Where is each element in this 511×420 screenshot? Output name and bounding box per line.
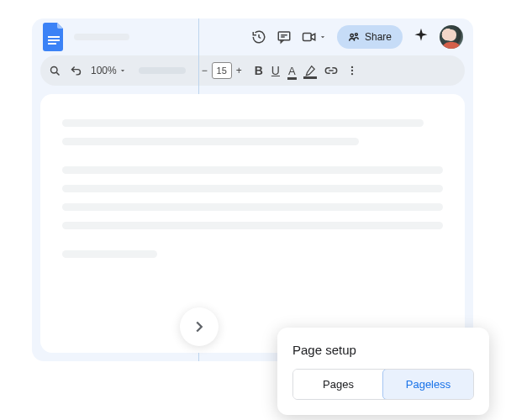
fontsize-input[interactable]: 15	[212, 62, 232, 79]
header: Share	[32, 18, 473, 55]
textcolor-button[interactable]: A	[288, 65, 296, 77]
docs-window: Share 100% − 15	[32, 18, 473, 361]
pages-option[interactable]: Pages	[293, 370, 383, 399]
svg-point-12	[350, 66, 352, 68]
svg-point-14	[350, 73, 352, 75]
toolbar: 100% − 15 + B U A	[40, 55, 465, 86]
comment-icon[interactable]	[277, 29, 292, 45]
more-button[interactable]	[346, 65, 358, 76]
font-family-placeholder[interactable]	[139, 67, 186, 74]
sparkle-icon[interactable]	[413, 27, 429, 47]
svg-point-8	[355, 34, 357, 36]
share-label: Share	[365, 31, 392, 43]
svg-rect-3	[278, 32, 290, 40]
undo-icon[interactable]	[70, 65, 82, 77]
expand-fab[interactable]	[180, 307, 219, 346]
docs-logo[interactable]	[42, 22, 66, 52]
pageless-option[interactable]: Pageless	[382, 369, 474, 400]
zoom-value: 100%	[91, 65, 117, 76]
svg-rect-0	[48, 36, 60, 38]
text-line	[62, 250, 157, 258]
text-line	[62, 203, 443, 211]
document-canvas[interactable]	[40, 94, 465, 353]
search-icon[interactable]	[49, 65, 61, 77]
doc-title-placeholder[interactable]	[74, 34, 129, 40]
svg-point-7	[350, 34, 354, 38]
bold-button[interactable]: B	[255, 64, 263, 77]
svg-rect-6	[303, 34, 311, 41]
video-icon[interactable]	[302, 29, 327, 45]
popup-title: Page setup	[292, 343, 474, 357]
zoom-selector[interactable]: 100%	[91, 65, 127, 76]
text-line	[62, 166, 443, 174]
underline-button[interactable]: U	[271, 64, 280, 77]
svg-rect-1	[48, 39, 60, 41]
text-line	[62, 138, 359, 145]
svg-line-10	[56, 72, 59, 75]
text-line	[62, 185, 443, 192]
page-setup-popup: Page setup Pages Pageless	[277, 328, 489, 415]
page-mode-segmented: Pages Pageless	[292, 369, 474, 400]
text-line	[62, 119, 424, 127]
svg-rect-2	[48, 43, 56, 45]
svg-point-9	[51, 66, 58, 73]
highlight-button[interactable]	[304, 65, 316, 76]
svg-point-13	[350, 70, 352, 71]
text-line	[62, 222, 443, 229]
fontsize-decrease[interactable]: −	[198, 65, 212, 76]
fontsize-increase[interactable]: +	[232, 65, 246, 76]
link-button[interactable]	[324, 64, 338, 77]
share-button[interactable]: Share	[337, 25, 403, 49]
avatar[interactable]	[440, 25, 463, 49]
history-icon[interactable]	[251, 29, 266, 45]
